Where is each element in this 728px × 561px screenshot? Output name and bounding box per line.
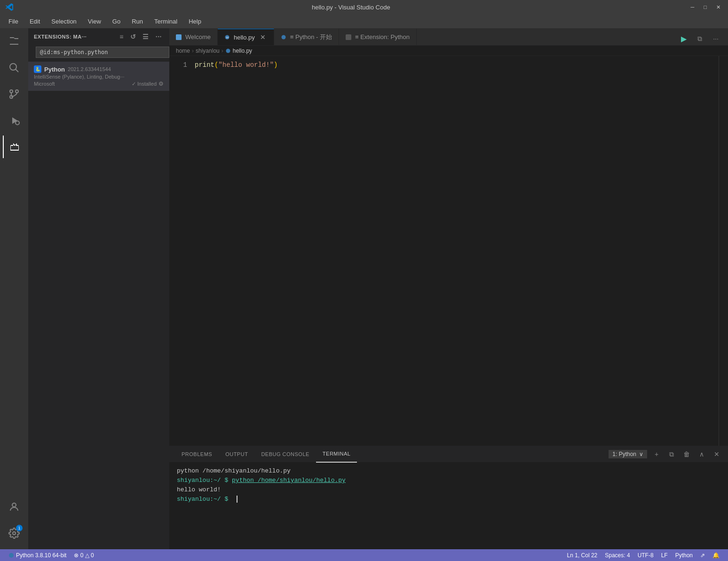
sidebar-header: EXTENSIONS: MA··· ≡ ↺ ☰ ···: [28, 28, 169, 45]
extension-search-input[interactable]: [36, 47, 169, 58]
code-line-1: 1 print("hello world!"): [169, 60, 728, 70]
terminal-line-2: shiyanlou:~/ $ python /home/shiyanlou/he…: [177, 476, 720, 485]
panel-actions: 1: Python ∨ + ⧉ 🗑 ∧ ✕: [609, 449, 722, 460]
svg-point-8: [13, 532, 16, 535]
close-panel-button[interactable]: ✕: [711, 449, 722, 460]
python-file-tab-icon: py: [224, 34, 230, 40]
problems-label: ⊗ 0 △ 0: [74, 552, 94, 559]
panel-tab-problems[interactable]: PROBLEMS: [175, 446, 219, 463]
filter-extensions-button[interactable]: ≡: [118, 32, 126, 41]
extension-item-python[interactable]: 🐍 Python 2021.2.6334415​44 IntelliSense …: [28, 62, 169, 91]
paren-close: ): [274, 61, 277, 69]
new-terminal-button[interactable]: +: [651, 449, 662, 460]
tab-python-start[interactable]: ≡ Python - 开始: [274, 29, 339, 45]
window-controls: ─ □ ✕: [688, 3, 723, 11]
tab-hello-py[interactable]: py hello.py ✕: [218, 29, 274, 45]
kill-terminal-button[interactable]: 🗑: [681, 449, 692, 460]
terminal-selector[interactable]: 1: Python ∨: [609, 450, 647, 458]
window-close-button[interactable]: ✕: [713, 3, 723, 11]
sidebar-item-search[interactable]: [3, 56, 25, 79]
panel-tab-debug-console[interactable]: DEBUG CONSOLE: [254, 446, 316, 463]
window-maximize-button[interactable]: □: [701, 3, 710, 11]
remote-status[interactable]: ⇗: [696, 549, 709, 561]
run-python-button[interactable]: ▶: [677, 32, 690, 45]
menu-go[interactable]: Go: [108, 16, 125, 27]
problems-status[interactable]: ⊗ 0 △ 0: [70, 549, 97, 561]
sidebar-item-explorer[interactable]: [3, 30, 25, 53]
maximize-panel-button[interactable]: ∧: [696, 449, 707, 460]
menu-view[interactable]: View: [83, 16, 106, 27]
svg-point-15: [9, 553, 14, 558]
breadcrumb-home[interactable]: home: [176, 48, 190, 54]
cursor-position-status[interactable]: Ln 1, Col 22: [563, 549, 601, 561]
window-minimize-button[interactable]: ─: [688, 3, 697, 11]
menu-file[interactable]: File: [4, 16, 23, 27]
sidebar-item-source-control[interactable]: [3, 83, 25, 105]
svg-point-14: [226, 48, 230, 53]
sidebar-item-run-debug[interactable]: [3, 109, 25, 132]
svg-rect-9: [176, 34, 182, 40]
extension-description: IntelliSense (Pylance), Linting, Debug··…: [34, 74, 164, 80]
activity-bar: 1: [0, 28, 28, 549]
editor-area: Welcome py hello.py ✕ ≡ Python - 开始 ≡ Ex…: [169, 28, 728, 549]
indentation-label: Spaces: 4: [605, 552, 630, 559]
menu-help[interactable]: Help: [184, 16, 206, 27]
panel-tab-terminal[interactable]: TERMINAL: [316, 446, 357, 463]
tab-python-start-label: ≡ Python - 开始: [290, 33, 332, 41]
indentation-status[interactable]: Spaces: 4: [601, 549, 633, 561]
refresh-extensions-button[interactable]: ↺: [128, 32, 138, 41]
window-title: hello.py - Visual Studio Code: [14, 4, 688, 11]
svg-point-6: [16, 121, 19, 125]
menubar: File Edit Selection View Go Run Terminal…: [0, 14, 728, 28]
extension-name: Python: [44, 66, 65, 73]
tab-extension-python[interactable]: ≡ Extension: Python: [339, 29, 417, 45]
terminal-cursor: [233, 496, 237, 503]
svg-point-7: [12, 503, 16, 507]
svg-point-12: [281, 35, 285, 39]
panel-tab-output[interactable]: OUTPUT: [219, 446, 254, 463]
terminal-link-2[interactable]: python /home/shiyanlou/hello.py: [232, 477, 346, 484]
menu-edit[interactable]: Edit: [25, 16, 45, 27]
svg-rect-13: [346, 34, 351, 40]
terminal-output[interactable]: python /home/shiyanlou/hello.py shiyanlo…: [169, 463, 728, 549]
terminal-line-4: shiyanlou:~/ $: [177, 495, 720, 504]
sidebar-item-account[interactable]: [3, 496, 25, 518]
menu-run[interactable]: Run: [127, 16, 148, 27]
line-ending-status[interactable]: LF: [657, 549, 672, 561]
remote-icon: ⇗: [700, 552, 705, 559]
menu-selection[interactable]: Selection: [47, 16, 81, 27]
terminal-user-2: shiyanlou:~/ $: [177, 477, 228, 484]
split-terminal-button[interactable]: ⧉: [666, 449, 677, 460]
tab-extension-python-label: ≡ Extension: Python: [355, 33, 410, 40]
tab-bar-actions: ▶ ⧉ ···: [677, 32, 728, 45]
tab-welcome[interactable]: Welcome: [169, 29, 218, 45]
more-editor-actions-button[interactable]: ···: [709, 32, 722, 45]
tab-close-button[interactable]: ✕: [259, 33, 267, 41]
terminal-line-1: python /home/shiyanlou/hello.py: [177, 466, 720, 476]
vscode-icon: [5, 2, 14, 12]
breadcrumb-file[interactable]: hello.py: [225, 48, 252, 54]
language-mode-label: Python: [675, 552, 693, 559]
python-icon-text: 🐍: [35, 67, 40, 72]
more-extensions-button[interactable]: ···: [154, 32, 164, 41]
breadcrumb: home › shiyanlou › hello.py: [169, 46, 728, 56]
minimap: [719, 56, 728, 446]
collapse-extensions-button[interactable]: ☰: [141, 32, 151, 41]
statusbar-right: Ln 1, Col 22 Spaces: 4 UTF-8 LF Python ⇗…: [563, 549, 723, 561]
menu-terminal[interactable]: Terminal: [150, 16, 182, 27]
language-mode-status[interactable]: Python: [672, 549, 696, 561]
sidebar-item-extensions[interactable]: [3, 136, 25, 158]
sidebar-item-settings[interactable]: 1: [3, 522, 25, 545]
code-editor[interactable]: 1 print("hello world!"): [169, 56, 728, 446]
extension-settings-button[interactable]: ⚙: [158, 80, 164, 87]
string-literal: "hello world!": [218, 61, 274, 69]
breadcrumb-shiyanlou[interactable]: shiyanlou: [196, 48, 220, 54]
python-version-status[interactable]: Python 3.8.10 64-bit: [5, 549, 70, 561]
breadcrumb-sep-1: ›: [192, 48, 194, 54]
activity-bar-bottom: 1: [3, 496, 25, 549]
encoding-status[interactable]: UTF-8: [634, 549, 657, 561]
terminal-selector-chevron: ∨: [639, 451, 643, 457]
notification-status[interactable]: 🔔: [709, 549, 723, 561]
split-editor-button[interactable]: ⧉: [693, 32, 706, 45]
python-extension-icon: 🐍: [34, 65, 41, 73]
